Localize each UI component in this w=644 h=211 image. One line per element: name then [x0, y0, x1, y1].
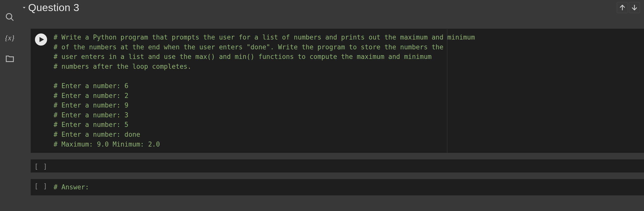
- code-text[interactable]: # Write a Python program that prompts th…: [54, 32, 644, 149]
- search-icon[interactable]: [5, 12, 15, 22]
- section-header: Question 3: [20, 0, 644, 15]
- code-body[interactable]: # Answer:: [51, 179, 644, 195]
- svg-point-0: [6, 14, 12, 19]
- code-cell-active[interactable]: # Write a Python program that prompts th…: [31, 29, 644, 153]
- header-actions: [617, 0, 640, 15]
- left-sidebar: {x}: [0, 0, 20, 211]
- cells-area: # Write a Python program that prompts th…: [20, 15, 644, 211]
- execution-count: [ ]: [34, 182, 48, 190]
- app-root: {x} Question 3: [0, 0, 644, 211]
- execution-count: [ ]: [34, 163, 48, 170]
- cell-gutter: [ ]: [31, 160, 51, 170]
- code-cell-answer[interactable]: [ ] # Answer:: [31, 179, 644, 195]
- collapse-section-icon[interactable]: [21, 4, 28, 11]
- section-title: Question 3: [28, 2, 79, 14]
- code-body[interactable]: [51, 160, 644, 166]
- editor-ruler: [447, 29, 447, 153]
- code-cell-empty[interactable]: [ ]: [31, 159, 644, 172]
- move-cell-up-button[interactable]: [617, 2, 628, 13]
- files-icon[interactable]: [5, 53, 15, 63]
- main-area: Question 3: [20, 0, 644, 211]
- code-text[interactable]: # Answer:: [54, 182, 644, 192]
- code-body[interactable]: # Write a Python program that prompts th…: [51, 29, 644, 153]
- svg-line-1: [11, 18, 13, 21]
- cell-gutter: [ ]: [31, 179, 51, 190]
- variables-glyph: {x}: [5, 33, 14, 42]
- variables-icon[interactable]: {x}: [5, 33, 15, 43]
- move-cell-down-button[interactable]: [629, 2, 640, 13]
- run-cell-button[interactable]: [35, 33, 47, 46]
- cell-gutter: [31, 29, 51, 46]
